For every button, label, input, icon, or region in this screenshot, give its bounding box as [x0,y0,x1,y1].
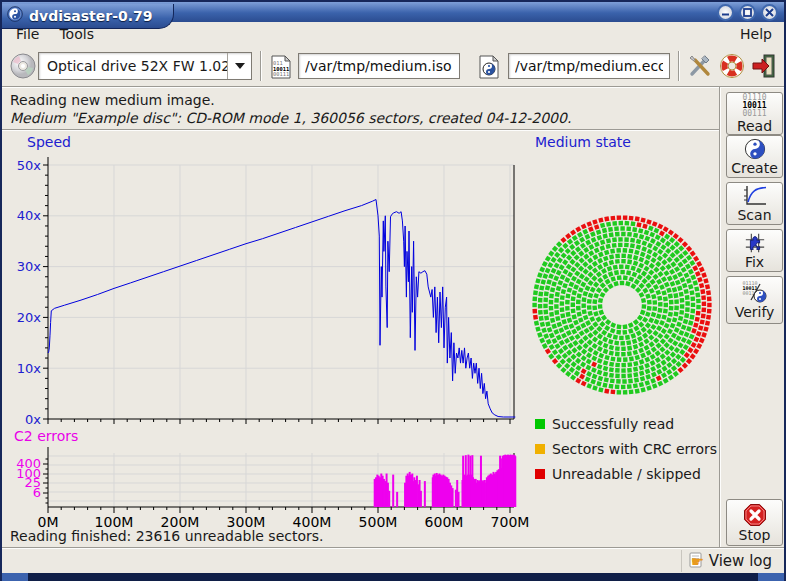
cd-disc-icon [9,52,37,80]
drive-select-arrow[interactable] [227,53,251,79]
read-button[interactable]: 011101001100111 Read [726,92,783,135]
puzzle-piece-icon [743,232,767,254]
svg-text:0x: 0x [25,412,41,427]
minimize-button[interactable] [717,4,734,21]
legend-item-unreadable: Unreadable / skipped [535,466,701,482]
svg-text:30x: 30x [17,259,42,274]
stop-button-label: Stop [739,527,771,543]
legend-label: Sectors with CRC errors [552,441,717,457]
toolbar: Optical drive 52X FW 1.02 011 10011 0011… [2,46,784,86]
legend-item-crc: Sectors with CRC errors [535,441,717,457]
title-tab: dvdisaster-0.79 [2,4,174,29]
svg-text:40x: 40x [17,208,42,223]
legend-orange-swatch [535,444,545,454]
close-button[interactable] [761,4,778,21]
svg-text:700M: 700M [491,514,530,530]
create-button[interactable]: Create [726,135,783,178]
svg-text:20x: 20x [17,310,42,325]
window-border-bottom [0,573,786,581]
svg-text:6: 6 [33,485,41,500]
footer-status-text: Reading finished: 23616 unreadable secto… [10,528,324,544]
ecc-path-input[interactable] [508,53,670,79]
legend-label: Successfully read [552,416,674,432]
drive-select[interactable]: Optical drive 52X FW 1.02 [38,52,252,80]
status-line2: Medium "Example disc": CD-ROM mode 1, 36… [10,110,571,126]
svg-text:50x: 50x [17,158,42,173]
scan-button[interactable]: Scan [726,182,783,225]
quit-exit-door-icon[interactable] [750,52,778,80]
chevron-down-icon [235,63,245,69]
resize-grip-right[interactable] [758,573,786,581]
status-line1: Reading new medium image. [10,92,215,108]
scan-button-label: Scan [737,207,771,223]
legend-label: Unreadable / skipped [552,466,701,482]
toolbar-separator [678,51,680,81]
fix-button[interactable]: Fix [726,229,783,272]
ecc-file-icon [476,54,504,82]
window-border-left [0,0,2,581]
drive-select-value: Optical drive 52X FW 1.02 [39,58,227,74]
maximize-button[interactable] [739,4,756,21]
create-button-label: Create [731,160,778,176]
read-button-label: Read [737,118,772,134]
resize-grip-left[interactable] [0,573,28,581]
verify-button-label: Verify [735,304,775,320]
view-log-button[interactable]: ☛ View log [681,550,776,572]
svg-text:600M: 600M [425,514,464,530]
legend-red-swatch [535,469,545,479]
svg-text:10x: 10x [17,361,42,376]
toolbar-separator [260,51,262,81]
svg-text:00111: 00111 [273,71,289,77]
binary-check-icon: 011101001100111 [742,280,768,304]
action-sidebar: 011101001100111 Read Create [719,86,784,547]
svg-text:500M: 500M [359,514,398,530]
speed-curve-icon [743,185,767,207]
fix-button-label: Fix [745,254,764,270]
stop-octagon-icon [743,503,767,527]
statusbar: ☛ View log [2,547,784,573]
view-log-label: View log [709,552,772,570]
binary-lines-icon: 011101001100111 [742,94,766,118]
verify-button[interactable]: 011101001100111 Verify [726,276,783,324]
legend-green-swatch [535,419,545,429]
main-content: Reading new medium image. Medium "Exampl… [2,86,719,547]
pointing-hand-document-icon: ☛ [688,552,706,570]
stop-button[interactable]: Stop [726,499,783,546]
iso-file-icon: 011 10011 00111 [268,54,296,82]
app-yinyang-icon [7,6,23,26]
yin-yang-icon [744,138,766,160]
window-title: dvdisaster-0.79 [29,8,153,24]
app-window: dvdisaster-0.79 File Tools Help [0,0,786,581]
preferences-tools-icon[interactable] [686,52,714,80]
menu-help[interactable]: Help [728,24,784,44]
iso-path-input[interactable] [298,53,460,79]
titlebar[interactable]: dvdisaster-0.79 [0,0,786,22]
help-lifebuoy-icon[interactable] [718,52,746,80]
legend-item-success: Successfully read [535,416,674,432]
